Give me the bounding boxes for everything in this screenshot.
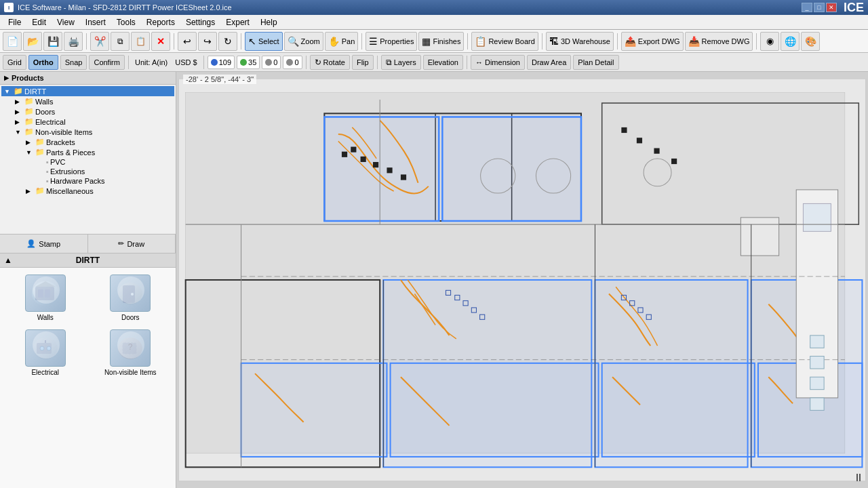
- svg-rect-37: [373, 162, 378, 167]
- walls-expand-icon[interactable]: ▶: [15, 98, 23, 105]
- svg-rect-23: [324, 117, 439, 222]
- elevation-button[interactable]: Elevation: [423, 55, 463, 70]
- tree-item-hardwarepacks[interactable]: ▶ ▪ Hardware Packs: [1, 176, 174, 186]
- minimize-button[interactable]: _: [802, 3, 812, 12]
- toolbar: 📄 📂 💾 🖨️ ✂️ ⧉ 📋 ✕ ↩ ↪ ↻ ↖ Select 🔍 Zoom …: [0, 30, 868, 53]
- extrusions-expand-icon: ▶: [37, 168, 45, 175]
- copy-button[interactable]: ⧉: [111, 32, 130, 51]
- menu-file[interactable]: File: [3, 16, 26, 28]
- ortho-button[interactable]: Ortho: [28, 55, 58, 70]
- hardwarepacks-label: Hardware Packs: [50, 177, 105, 185]
- menu-insert[interactable]: Insert: [80, 16, 111, 28]
- zoom-button[interactable]: 🔍 Zoom: [284, 32, 323, 51]
- sep1: [86, 33, 87, 49]
- product-panel-title: DIRTT: [76, 256, 100, 265]
- product-item-walls[interactable]: Walls: [4, 272, 87, 324]
- tree-item-electrical[interactable]: ▶ 📁 Electrical: [1, 117, 174, 127]
- tree-item-extrusions[interactable]: ▶ ▪ Extrusions: [1, 167, 174, 176]
- menu-expert[interactable]: Expert: [220, 16, 255, 28]
- tree-item-miscellaneous[interactable]: ▶ 📁 Miscellaneous: [1, 186, 174, 196]
- stamp-label: Stamp: [39, 240, 60, 248]
- menu-settings[interactable]: Settings: [180, 16, 220, 28]
- 3d-warehouse-button[interactable]: 🏗 3D Warehouse: [546, 32, 614, 51]
- remove-dwg-icon: 📥: [688, 36, 700, 47]
- product-item-electrical[interactable]: Electrical: [4, 327, 87, 379]
- properties-button[interactable]: ☰ Properties: [366, 32, 417, 51]
- print-button[interactable]: 🖨️: [64, 32, 83, 51]
- finishes-button[interactable]: ▦ Finishes: [418, 32, 464, 51]
- color-button[interactable]: 🎨: [801, 32, 820, 51]
- color-icon: 🎨: [805, 36, 816, 47]
- cut-icon: ✂️: [94, 36, 106, 47]
- refresh-button[interactable]: ↻: [218, 32, 237, 51]
- nonvisible-expand-icon[interactable]: ▼: [15, 129, 23, 136]
- tree-item-nonvisible[interactable]: ▼ 📁 Non-visible Items: [1, 127, 174, 137]
- brackets-expand-icon[interactable]: ▶: [26, 139, 34, 146]
- dirtt-expand-icon[interactable]: ▼: [4, 88, 12, 95]
- tree-header: ▶ Products: [0, 72, 176, 85]
- tab-draw[interactable]: ✏ Draw: [88, 235, 176, 253]
- maximize-button[interactable]: □: [814, 3, 825, 12]
- close-button[interactable]: ✕: [826, 3, 837, 12]
- select-icon: ↖: [248, 36, 256, 47]
- product-item-nonvisible[interactable]: ? Non-visible Items: [90, 327, 172, 379]
- svg-rect-45: [803, 203, 831, 231]
- flip-button[interactable]: Flip: [352, 55, 374, 70]
- paste-button[interactable]: 📋: [131, 32, 150, 51]
- stamp-icon: 👤: [26, 239, 36, 248]
- miscellaneous-expand-icon[interactable]: ▶: [26, 188, 34, 195]
- product-item-doors[interactable]: Doors: [90, 272, 172, 324]
- electrical-expand-icon[interactable]: ▶: [15, 119, 23, 125]
- plan-detail-button[interactable]: Plan Detail: [573, 55, 618, 70]
- cut-button[interactable]: ✂️: [90, 32, 109, 51]
- review-board-button[interactable]: 📋 Review Board: [471, 32, 538, 51]
- svg-rect-46: [741, 218, 778, 256]
- svg-rect-9: [37, 343, 52, 354]
- svg-rect-34: [342, 152, 347, 157]
- tree-item-brackets[interactable]: ▶ 📁 Brackets: [1, 137, 174, 147]
- redo-button[interactable]: ↪: [198, 32, 217, 51]
- hardwarepacks-expand-icon: ▶: [37, 178, 45, 184]
- undo-button[interactable]: ↩: [178, 32, 197, 51]
- canvas-area[interactable]: -28' - 2 5/8", -44' - 3": [176, 72, 868, 488]
- remove-dwg-button[interactable]: 📥 Remove DWG: [685, 32, 753, 51]
- tab-stamp[interactable]: 👤 Stamp: [0, 235, 88, 253]
- partspieces-label: Parts & Pieces: [46, 148, 95, 157]
- partspieces-expand-icon[interactable]: ▼: [26, 149, 34, 156]
- counter3-icon: [265, 59, 272, 66]
- svg-rect-51: [810, 377, 824, 389]
- snap-button[interactable]: Snap: [60, 55, 87, 70]
- menu-reports[interactable]: Reports: [141, 16, 180, 28]
- tree-item-pvc[interactable]: ▶ ▪ PVC: [1, 157, 174, 167]
- select-button[interactable]: ↖ Select: [245, 32, 283, 51]
- menu-edit[interactable]: Edit: [26, 16, 52, 28]
- delete-button[interactable]: ✕: [151, 32, 170, 51]
- menu-tools[interactable]: Tools: [111, 16, 141, 28]
- tree-item-partspieces[interactable]: ▼ 📁 Parts & Pieces: [1, 147, 174, 157]
- new-button[interactable]: 📄: [3, 32, 22, 51]
- svg-rect-41: [637, 138, 642, 143]
- globe-button[interactable]: 🌐: [781, 32, 800, 51]
- product-thumb-nonvisible: ?: [110, 329, 151, 367]
- menu-help[interactable]: Help: [255, 16, 283, 28]
- vr-button[interactable]: ◉: [760, 32, 779, 51]
- export-dwg-button[interactable]: 📤 Export DWG: [621, 32, 684, 51]
- doors-expand-icon[interactable]: ▶: [15, 108, 23, 115]
- tree-item-dirtt[interactable]: ▼ 📁 DIRTT: [1, 86, 174, 96]
- grid-button[interactable]: Grid: [3, 55, 26, 70]
- rotate-button[interactable]: ↻ Rotate: [310, 55, 350, 70]
- tree-item-walls[interactable]: ▶ 📁 Walls: [1, 96, 174, 106]
- draw-area-button[interactable]: Draw Area: [527, 55, 571, 70]
- dimension-button[interactable]: ↔ Dimension: [471, 55, 525, 70]
- save-button[interactable]: 💾: [43, 32, 62, 51]
- tree-item-doors[interactable]: ▶ 📁 Doors: [1, 106, 174, 117]
- hardwarepacks-item-icon: ▪: [46, 177, 49, 185]
- pan-button[interactable]: ✋ Pan: [325, 32, 359, 51]
- layers-button[interactable]: ⧉ Layers: [381, 55, 421, 70]
- sep3: [241, 33, 241, 49]
- panel-scroll-up-icon[interactable]: ▲: [4, 256, 12, 265]
- confirm-button[interactable]: Confirm: [89, 55, 125, 70]
- open-button[interactable]: 📂: [23, 32, 42, 51]
- menu-view[interactable]: View: [52, 16, 80, 28]
- svg-rect-40: [621, 127, 627, 133]
